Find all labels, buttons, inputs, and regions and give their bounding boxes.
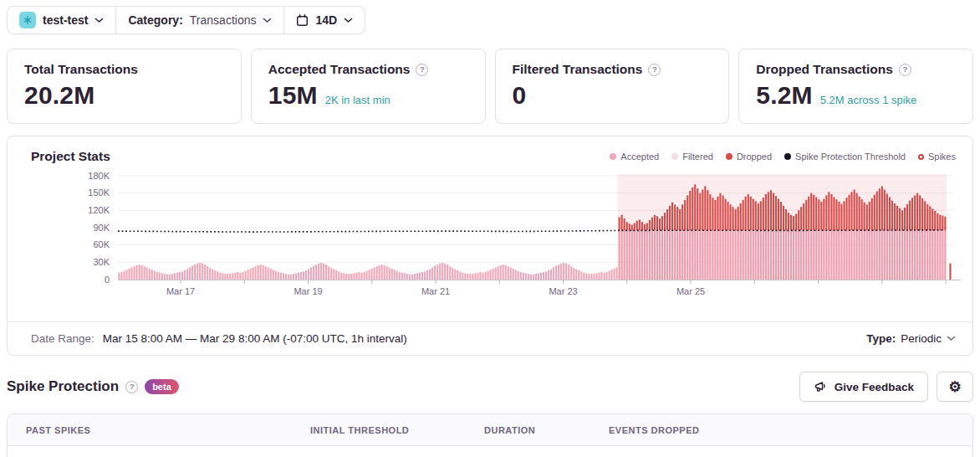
chart-title: Project Stats — [31, 149, 110, 164]
spike-region — [618, 174, 947, 280]
stat-card-value: 5.2M — [756, 81, 813, 110]
type-value: Periodic — [901, 332, 942, 345]
legend-dot-icon — [671, 153, 678, 160]
beta-badge: beta — [145, 379, 179, 394]
help-icon[interactable]: ? — [648, 64, 661, 76]
project-stats-chart[interactable]: 180K150K120K90K60K30K0Mar 17Mar 19Mar 21… — [8, 169, 967, 301]
column-header-initial-threshold: INITIAL THRESHOLD — [310, 425, 484, 435]
legend-item-spikes[interactable]: Spikes — [918, 151, 956, 162]
svg-text:90K: 90K — [93, 223, 110, 233]
stat-card-title: Dropped Transactions — [756, 62, 893, 77]
project-selector[interactable]: test-test — [8, 7, 115, 33]
chevron-down-icon — [94, 18, 104, 23]
svg-text:0: 0 — [105, 275, 110, 285]
chevron-down-icon — [344, 18, 353, 23]
legend-dot-icon — [610, 153, 616, 160]
svg-text:120K: 120K — [88, 205, 110, 215]
spikes-ring-icon — [918, 154, 924, 160]
stat-card-title: Accepted Transactions — [268, 62, 411, 77]
help-icon[interactable]: ? — [125, 381, 138, 393]
stat-card-title: Total Transactions — [24, 62, 138, 77]
stat-card-dropped-transactions: Dropped Transactions?5.2M5.2M across 1 s… — [738, 49, 973, 124]
svg-text:60K: 60K — [93, 239, 110, 249]
stat-card-value: 15M — [268, 81, 318, 110]
table-header-row: PAST SPIKESINITIAL THRESHOLDDURATIONEVEN… — [8, 414, 972, 446]
stat-card-title: Filtered Transactions — [513, 62, 643, 77]
svg-text:Mar 23: Mar 23 — [549, 286, 577, 296]
category-selector[interactable]: Category: Transactions — [116, 7, 283, 33]
column-header-events-dropped: EVENTS DROPPED — [609, 425, 972, 435]
date-range-button-label: 14D — [315, 13, 337, 27]
filter-bar: test-test Category: Transactions 14D — [7, 6, 365, 34]
category-value: Transactions — [190, 13, 257, 27]
type-selector[interactable]: Type: Periodic — [866, 332, 956, 345]
help-icon[interactable]: ? — [899, 64, 911, 76]
megaphone-icon — [814, 380, 827, 393]
svg-text:Mar 25: Mar 25 — [676, 286, 705, 296]
stat-card-accepted-transactions: Accepted Transactions?15M2K in last min — [251, 49, 486, 124]
chevron-down-icon — [263, 18, 272, 23]
past-spikes-table: PAST SPIKESINITIAL THRESHOLDDURATIONEVEN… — [7, 413, 973, 457]
date-range-selector[interactable]: 14D — [284, 7, 365, 33]
stat-card-total-transactions: Total Transactions20.2M — [7, 49, 242, 124]
spike-protection-title: Spike Protection — [7, 378, 119, 395]
legend-dot-icon — [784, 153, 791, 160]
spike-protection-header: Spike Protection ? beta Give Feedback ⚙ — [7, 371, 973, 403]
give-feedback-button[interactable]: Give Feedback — [799, 372, 928, 402]
legend-item-filtered[interactable]: Filtered — [671, 151, 713, 162]
legend-item-accepted[interactable]: Accepted — [610, 151, 659, 162]
stat-card-value: 0 — [513, 81, 527, 110]
category-label: Category: — [128, 13, 182, 27]
project-stats-card: Project Stats AcceptedFilteredDroppedSpi… — [7, 136, 973, 356]
type-label: Type: — [866, 332, 896, 345]
table-row[interactable] — [8, 446, 972, 457]
calendar-icon — [296, 14, 309, 27]
stat-card-filtered-transactions: Filtered Transactions?0 — [495, 49, 730, 124]
help-icon[interactable]: ? — [416, 64, 428, 76]
date-range-label: Date Range: — [31, 332, 94, 345]
stats-row: Total Transactions20.2MAccepted Transact… — [7, 49, 973, 124]
chart-footer: Date Range:Mar 15 8:00 AM — Mar 29 8:00 … — [8, 321, 972, 355]
settings-button[interactable]: ⚙ — [937, 372, 973, 402]
stat-card-value: 20.2M — [24, 81, 94, 110]
column-header-past-spikes: PAST SPIKES — [26, 425, 310, 435]
date-range-value: Mar 15 8:00 AM — Mar 29 8:00 AM (-07:00 … — [103, 332, 407, 345]
gear-icon: ⚙ — [948, 378, 961, 396]
project-avatar-icon — [19, 12, 36, 28]
give-feedback-label: Give Feedback — [835, 381, 914, 393]
column-header-duration: DURATION — [484, 425, 609, 435]
legend-item-spike-protection-threshold[interactable]: Spike Protection Threshold — [784, 151, 906, 162]
svg-text:150K: 150K — [88, 187, 110, 198]
project-name: test-test — [43, 13, 88, 27]
svg-text:Mar 19: Mar 19 — [293, 286, 322, 296]
legend-item-dropped[interactable]: Dropped — [726, 151, 772, 162]
svg-text:Mar 17: Mar 17 — [166, 286, 195, 296]
chevron-down-icon — [947, 336, 956, 341]
legend-dot-icon — [726, 153, 732, 160]
chart-legend: AcceptedFilteredDroppedSpike Protection … — [610, 151, 956, 162]
stat-card-subtext: 5.2M across 1 spike — [820, 94, 917, 106]
svg-text:180K: 180K — [88, 171, 110, 181]
stat-card-subtext: 2K in last min — [325, 94, 390, 106]
svg-text:30K: 30K — [93, 257, 110, 267]
svg-text:Mar 21: Mar 21 — [421, 286, 450, 296]
